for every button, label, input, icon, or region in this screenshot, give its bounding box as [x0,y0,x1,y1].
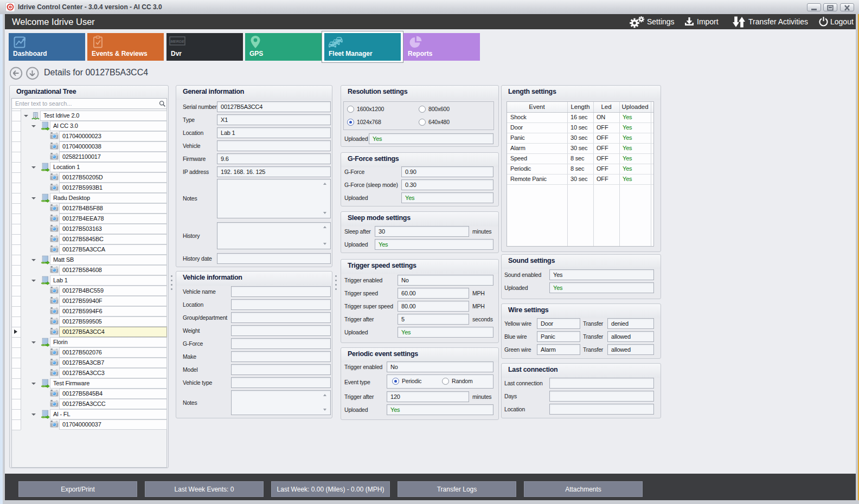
svg-text:MERGE: MERGE [170,40,184,43]
